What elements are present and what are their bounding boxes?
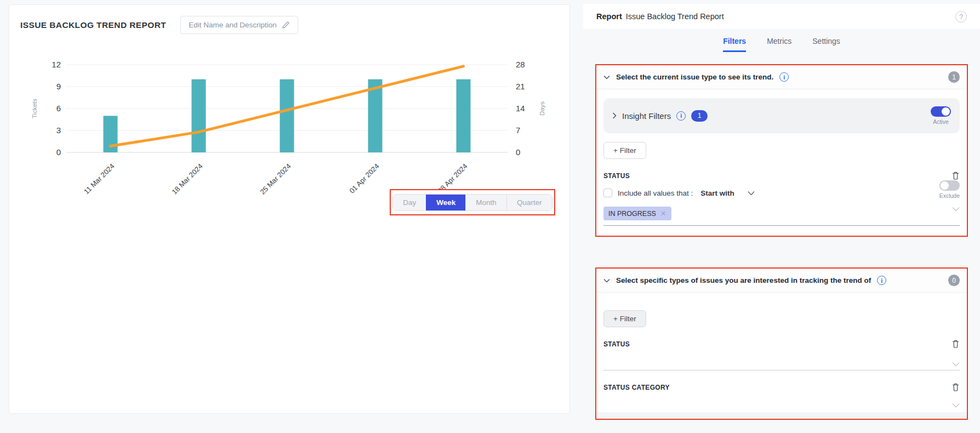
left-axis-tick: 12 (52, 60, 61, 69)
chevron-down-icon[interactable] (952, 207, 960, 212)
trash-icon[interactable] (951, 171, 960, 180)
trend-chart: 03691207142128TicketsDays11 Mar 202418 M… (22, 39, 556, 236)
chevron-down-icon[interactable] (952, 403, 960, 408)
right-axis-tick: 28 (516, 60, 525, 69)
x-axis-label: 25 Mar 2024 (258, 162, 292, 196)
right-axis-title: Days (539, 101, 545, 116)
segment-month[interactable]: Month (465, 195, 506, 210)
toggle-knob (941, 181, 949, 190)
chevron-right-icon[interactable] (612, 112, 617, 119)
status-value-chip[interactable]: IN PROGRESS (603, 207, 671, 220)
edit-button-label: Edit Name and Description (189, 21, 277, 29)
section-body-specific-issue-types: + Filter STATUS STATUS CATEGORY (596, 293, 967, 419)
status-values-input[interactable]: IN PROGRESS (603, 207, 960, 226)
tab-filters[interactable]: Filters (723, 37, 746, 52)
pencil-icon (282, 21, 290, 29)
trash-icon[interactable] (951, 339, 960, 349)
annotation-box-period-toggle: DayWeekMonthQuarter (390, 189, 555, 215)
panel-tabs: FiltersMetricsSettings (583, 37, 980, 52)
add-filter-button[interactable]: + Filter (603, 142, 646, 159)
page-title: ISSUE BACKLOG TREND REPORT (20, 20, 166, 30)
chip-remove-icon[interactable] (660, 209, 666, 218)
status-field-label: STATUS (603, 340, 630, 348)
status-category-field-label: STATUS CATEGORY (603, 384, 670, 391)
include-all-checkbox[interactable] (603, 189, 612, 197)
x-axis-label: 18 Mar 2024 (170, 162, 204, 196)
annotation-box-current-issue-type-section: Select the current issue type to see its… (595, 64, 968, 237)
segment-quarter[interactable]: Quarter (506, 195, 552, 210)
chevron-down-icon[interactable] (603, 75, 610, 79)
info-icon[interactable] (779, 72, 789, 82)
bar-18 Mar 2024 (192, 79, 206, 152)
right-axis-tick: 21 (516, 82, 525, 91)
section-body-current-issue-type: Insight Filters 1 Active + Filter STATUS… (596, 89, 967, 236)
annotation-box-specific-issue-types-section: Select specific types of issues you are … (595, 267, 968, 420)
report-settings-panel: Report Issue Backlog Trend Report ? Filt… (583, 0, 980, 433)
left-axis-tick: 0 (56, 147, 61, 157)
report-card: ISSUE BACKLOG TREND REPORT Edit Name and… (9, 4, 570, 414)
add-filter-button[interactable]: + Filter (603, 310, 646, 327)
section-title: Select specific types of issues you are … (616, 276, 871, 284)
panel-header: Report Issue Backlog Trend Report ? (583, 4, 980, 29)
status-field-label: STATUS (603, 172, 630, 180)
period-toggle: DayWeekMonthQuarter (392, 194, 552, 211)
tab-metrics[interactable]: Metrics (767, 37, 791, 52)
insight-filters-count-pill[interactable]: 1 (691, 110, 708, 122)
panel-header-label: Report (596, 12, 622, 21)
bar-25 Mar 2024 (280, 79, 294, 152)
right-axis-tick: 14 (516, 104, 525, 113)
info-icon[interactable] (877, 276, 886, 285)
filter-count-badge: 0 (948, 275, 960, 286)
chip-label: IN PROGRESS (608, 210, 656, 218)
section-header-specific-issue-types[interactable]: Select specific types of issues you are … (596, 269, 967, 293)
input-strip (596, 412, 967, 419)
segment-week[interactable]: Week (426, 195, 465, 210)
trash-icon[interactable] (951, 383, 960, 392)
active-toggle-label: Active (933, 118, 949, 125)
status-category-field-row: STATUS CATEGORY (603, 383, 960, 392)
status-field-row: STATUS (603, 339, 960, 349)
match-operator-value[interactable]: Start with (700, 189, 734, 197)
bar-08 Apr 2024 (457, 79, 471, 152)
left-axis-tick: 9 (56, 82, 61, 91)
edit-name-description-button[interactable]: Edit Name and Description (180, 16, 298, 34)
left-axis-title: Tickets (31, 99, 38, 118)
help-icon[interactable]: ? (955, 11, 967, 22)
exclude-toggle[interactable] (939, 180, 960, 191)
x-axis-label: 01 Apr 2024 (347, 162, 380, 195)
left-axis-tick: 3 (56, 126, 61, 135)
report-card-header: ISSUE BACKLOG TREND REPORT Edit Name and… (9, 5, 569, 36)
filter-count-badge: 1 (948, 71, 960, 83)
tab-settings[interactable]: Settings (812, 37, 840, 52)
active-toggle[interactable] (931, 106, 951, 117)
status-values-input[interactable] (603, 362, 960, 371)
left-axis-tick: 6 (56, 104, 61, 113)
section-header-current-issue-type[interactable]: Select the current issue type to see its… (596, 65, 967, 89)
right-axis-tick: 0 (516, 147, 520, 157)
insight-filters-label: Insight Filters (622, 111, 671, 121)
status-field-row: STATUS (603, 171, 960, 180)
chevron-down-icon[interactable] (952, 362, 960, 367)
x-axis-label: 11 Mar 2024 (82, 162, 116, 196)
insight-filters-box[interactable]: Insight Filters 1 Active (603, 98, 960, 133)
include-all-label: Include all values that : (618, 189, 693, 197)
panel-header-title: Issue Backlog Trend Report (626, 12, 724, 21)
section-title: Select the current issue type to see its… (616, 73, 773, 81)
info-icon[interactable] (676, 111, 686, 121)
exclude-toggle-label: Exclude (939, 192, 960, 199)
chevron-down-icon[interactable] (603, 278, 610, 283)
status-category-values-input[interactable] (603, 403, 960, 408)
include-values-row: Include all values that : Start with Exc… (603, 187, 960, 199)
toggle-knob (942, 107, 950, 116)
segment-day[interactable]: Day (393, 195, 426, 210)
right-axis-tick: 7 (516, 126, 520, 135)
chevron-down-icon[interactable] (748, 191, 755, 196)
